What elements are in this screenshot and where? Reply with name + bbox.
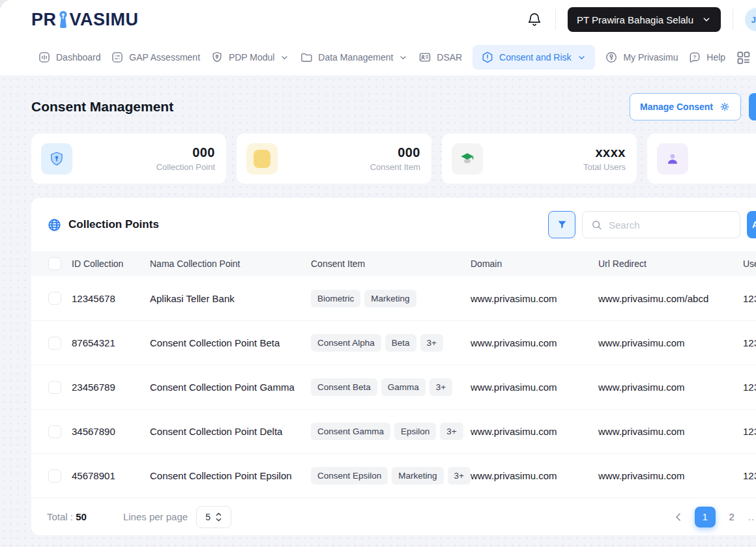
prev-page-button[interactable] [672,511,685,524]
avatar-initials: JA [751,15,756,25]
cell-user: 123 [743,382,756,393]
page-button-2[interactable]: 2 [725,511,738,522]
cell-url: www.privasimu.com [598,426,743,437]
table-row[interactable]: 34567890 Consent Collection Point Delta … [31,409,756,453]
nav-item-my-privasimu[interactable]: My Privasimu [605,51,678,64]
cell-domain: www.privasimu.com [471,293,598,304]
section-title: Collection Points [68,218,159,231]
chevron-down-icon [398,53,408,63]
column-header: User [743,259,756,269]
consent-tag: Gamma [381,378,426,396]
app-window: PR VASIMU PT Prawira Bahagia Selalu JA [0,0,756,547]
consent-tag: Epsilon [394,423,436,440]
row-checkbox[interactable] [48,337,61,350]
cell-consent-items: Consent Epsilon Marketing 3+ [311,467,471,484]
nav-label: GAP Assessment [129,52,200,63]
table-row[interactable]: 87654321 Consent Collection Point Beta C… [31,320,756,365]
top-header: PR VASIMU PT Prawira Bahagia Selalu JA [0,0,756,39]
total-label: Total : [47,511,73,522]
nav-label: My Privasimu [623,52,678,63]
cell-user: 123 [743,426,756,437]
notifications-button[interactable] [525,10,544,29]
stat-card-collection-point: 000 Collection Point [31,133,226,184]
assessment-icon [111,51,124,64]
logo-text-right: VASIMU [70,10,139,30]
dashboard-icon [38,51,51,64]
nav-item-help[interactable]: ? Help [688,51,725,64]
stat-card-consent-item: 000 Consent Item [237,133,431,184]
search-input[interactable] [609,219,732,231]
stat-label: Collection Point [156,162,215,172]
consent-tag: Consent Alpha [311,334,381,352]
table-row[interactable]: 12345678 Aplikasi Teller Bank Biometric … [31,276,756,320]
cell-name: Consent Collection Point Delta [150,426,311,437]
cell-id: 12345678 [72,293,150,304]
table-footer: Total : 50 Lines per page 5 1 2 .. [31,498,756,535]
nav-item-gap-assessment[interactable]: GAP Assessment [111,51,200,64]
folder-icon [300,51,313,64]
manage-consent-button[interactable]: Manage Consent [630,93,741,120]
header-divider [733,9,733,30]
cell-consent-items: Biometric Marketing [311,290,471,307]
lines-per-page-stepper[interactable]: 5 [196,506,231,528]
search-icon [590,219,603,231]
page-button-1[interactable]: 1 [695,507,716,527]
select-all-checkbox[interactable] [48,257,61,270]
consent-tag-more[interactable]: 3+ [440,423,463,440]
main-content: Consent Management Manage Consent 000 Co… [0,76,756,547]
row-checkbox[interactable] [48,292,61,305]
company-selector[interactable]: PT Prawira Bahagia Selalu [568,7,721,32]
hexagon-alert-icon [481,51,494,64]
stepper-arrows-icon [215,511,222,523]
table-header-row: ID Collection Nama Collection Point Cons… [31,251,756,276]
secondary-action-button[interactable] [749,93,756,120]
row-checkbox[interactable] [48,470,61,483]
nav-label: PDP Modul [229,52,275,63]
chevron-left-icon [672,511,685,524]
stat-card-partial [647,133,756,184]
column-header: ID Collection [72,259,150,269]
table-row[interactable]: 45678901 Consent Collection Point Epsilo… [31,453,756,498]
nav-item-dsar[interactable]: DSAR [418,51,462,64]
header-right: PT Prawira Bahagia Selalu JA [525,7,756,32]
consent-tag-more[interactable]: 3+ [448,467,471,484]
add-button-label: A [752,219,756,230]
nav-item-data-management[interactable]: Data Management [300,51,408,64]
cell-user: 123 [743,470,756,481]
collection-points-card: Collection Points A [31,198,756,535]
table-row[interactable]: 23456789 Consent Collection Point Gamma … [31,365,756,409]
nav-label: Consent and Risk [499,52,572,63]
keyhole-icon [58,10,68,29]
cell-url: www.privasimu.com [598,337,743,348]
stat-value: xxxx [583,145,626,160]
consent-tag: Consent Epsilon [311,467,388,484]
nav-item-dashboard[interactable]: Dashboard [38,51,101,64]
cell-id: 87654321 [72,337,150,348]
consent-tag: Biometric [311,290,360,307]
column-header: Domain [471,259,598,269]
apps-grid-icon [736,50,751,65]
column-header: Nama Collection Point [150,259,311,269]
consent-tag-more[interactable]: 3+ [420,334,443,352]
cell-name: Consent Collection Point Gamma [150,382,311,393]
consent-tag: Beta [385,334,416,352]
page-title: Consent Management [31,99,173,115]
nav-item-pdp-modul[interactable]: PDP Modul [211,51,290,64]
apps-grid-button[interactable] [736,50,751,65]
stat-card-total-users: xxxx Total Users [442,133,637,184]
cell-name: Consent Collection Point Beta [150,337,311,348]
table-controls: A [548,211,756,238]
row-checkbox[interactable] [48,425,61,438]
nav-item-consent-and-risk[interactable]: Consent and Risk [472,45,595,70]
user-avatar[interactable]: JA [745,8,756,31]
cell-id: 45678901 [72,470,150,481]
add-button[interactable]: A [747,211,756,238]
consent-tag: Consent Beta [311,378,377,396]
person-icon [657,143,688,175]
filter-button[interactable] [548,211,575,238]
cell-url: www.privasimu.com [598,382,743,393]
consent-tag-more[interactable]: 3+ [429,378,452,396]
row-checkbox[interactable] [48,381,61,394]
cell-url: www.privasimu.com/abcd [598,293,743,304]
collection-points-header: Collection Points A [31,198,756,251]
